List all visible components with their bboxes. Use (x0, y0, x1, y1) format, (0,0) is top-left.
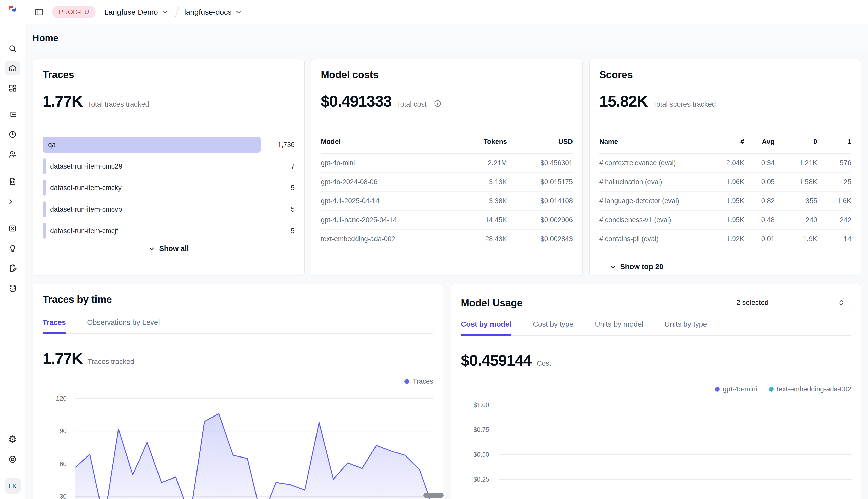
traces-tracked-total: 1.77K (43, 350, 83, 367)
traces-by-time-tabs: Traces Observations by Level (43, 318, 433, 334)
table-row[interactable]: text-embedding-ada-002 28.43K $0.002843 (321, 230, 573, 248)
chevron-down-icon (162, 9, 168, 15)
usage-cost-label: Cost (537, 359, 551, 367)
trace-count: 7 (271, 162, 295, 170)
breadcrumb-slash (175, 7, 179, 17)
table-row[interactable]: gpt-4o-2024-08-06 3.13K $0.015175 (321, 173, 573, 192)
card-title: Model Usage (461, 297, 522, 309)
scores-card: Scores 15.82K Total scores tracked Name … (590, 59, 861, 275)
trace-count: 5 (271, 227, 295, 235)
project-name: langfuse-docs (185, 8, 232, 16)
table-row[interactable]: gpt-4.1-2025-04-14 3.38K $0.014108 (321, 192, 573, 210)
model-usage-card: Model Usage 2 selected Cost by model Cos… (451, 284, 861, 499)
trace-bar-row[interactable]: dataset-run-item-cmc29 7 (43, 158, 295, 174)
trace-bar (43, 137, 261, 153)
org-switcher[interactable]: Langfuse Demo (104, 8, 168, 16)
page-header: Home (25, 24, 868, 52)
user-avatar[interactable]: FK (5, 478, 21, 494)
org-name: Langfuse Demo (104, 8, 158, 16)
annotation-icon[interactable] (5, 261, 20, 276)
trace-count: 1,736 (271, 141, 295, 149)
trace-bar-row[interactable]: qa 1,736 (43, 137, 295, 153)
sidebar-toggle-icon[interactable] (34, 8, 44, 17)
tab-cost-by-type[interactable]: Cost by type (533, 320, 573, 335)
legend-dot (769, 387, 774, 392)
traces-card: Traces 1.77K Total traces tracked qa 1,7… (33, 59, 305, 275)
dashboard-content: Traces 1.77K Total traces tracked qa 1,7… (25, 52, 868, 499)
model-costs-card: Model costs $0.491333 Total cost Model T… (311, 59, 583, 275)
trace-bar (43, 223, 46, 239)
table-row[interactable]: # contains-pii (eval) 1.92K 0.01 1.9K 14 (599, 230, 851, 248)
info-icon[interactable] (434, 100, 441, 107)
traces-chart[interactable]: 120906030 (43, 387, 433, 499)
project-switcher[interactable]: langfuse-docs (185, 8, 242, 16)
legend-dot (715, 387, 720, 392)
col-count: # (708, 138, 744, 146)
tab-observations-by-level[interactable]: Observations by Level (87, 318, 160, 333)
trace-name: dataset-run-item-cmc29 (50, 162, 122, 170)
col-tokens: Tokens (459, 138, 507, 146)
trace-bar-row[interactable]: dataset-run-item-cmcjf 5 (43, 223, 295, 239)
legend-text-embedding-ada-002[interactable]: text-embedding-ada-002 (769, 385, 851, 393)
model-usage-chart[interactable]: $1.00$0.75$0.50$0.25 (461, 394, 851, 499)
table-row[interactable]: # hallucination (eval) 1.96K 0.05 1.58K … (599, 173, 851, 192)
langfuse-logo-icon[interactable] (8, 3, 18, 14)
tab-units-by-model[interactable]: Units by model (595, 320, 643, 335)
col-zero: 0 (775, 138, 817, 146)
tab-units-by-type[interactable]: Units by type (665, 320, 707, 335)
table-row[interactable]: # conciseness-v1 (eval) 1.95K 0.48 240 2… (599, 210, 851, 230)
show-all-button[interactable]: Show all (43, 244, 295, 253)
trace-bar (43, 202, 46, 217)
tab-traces[interactable]: Traces (43, 318, 66, 333)
settings-gear-icon[interactable]: ⚙ (5, 432, 20, 447)
legend-gpt-4o-mini[interactable]: gpt-4o-mini (715, 385, 757, 393)
page-title: Home (33, 33, 59, 44)
sessions-clock-icon[interactable] (5, 127, 20, 142)
prompts-icon[interactable] (5, 174, 20, 189)
usage-cost-total: $0.459144 (461, 351, 532, 369)
model-select-value: 2 selected (736, 299, 769, 307)
col-avg: Avg (744, 138, 775, 146)
home-icon[interactable] (5, 61, 20, 75)
trace-bar-row[interactable]: dataset-run-item-cmcky 5 (43, 180, 295, 196)
trace-name: dataset-run-item-cmcjf (50, 227, 118, 235)
trace-bar (43, 180, 46, 196)
trace-bar-row[interactable]: dataset-run-item-cmcvp 5 (43, 202, 295, 217)
scores-total-label: Total scores tracked (653, 100, 716, 108)
traces-total: 1.77K (43, 92, 83, 110)
card-title: Traces (43, 69, 295, 81)
topbar: PROD-EU Langfuse Demo langfuse-docs (25, 0, 868, 24)
search-icon[interactable] (5, 41, 20, 56)
col-model: Model (321, 138, 459, 146)
environment-badge[interactable]: PROD-EU (52, 5, 96, 19)
table-row[interactable]: # language-detector (eval) 1.95K 0.82 35… (599, 192, 851, 210)
col-name: Name (599, 138, 708, 146)
sidebar: ⚙ FK (0, 0, 25, 499)
lightbulb-icon[interactable] (5, 241, 20, 256)
chevrons-up-down-icon (837, 299, 845, 306)
table-row[interactable]: gpt-4o-mini 2.21M $0.456301 (321, 154, 573, 173)
trace-bar (43, 158, 46, 174)
users-icon[interactable] (5, 147, 20, 162)
chart-legend: gpt-4o-mini text-embedding-ada-002 (461, 385, 851, 393)
model-costs-table: Model Tokens USD gpt-4o-mini 2.21M $0.45… (321, 138, 573, 248)
show-top-20-button[interactable]: Show top 20 (609, 263, 851, 271)
chevron-down-icon (609, 264, 617, 270)
tab-cost-by-model[interactable]: Cost by model (461, 320, 511, 335)
model-select[interactable]: 2 selected (729, 294, 851, 312)
traces-by-time-card: Traces by time Traces Observations by Le… (33, 284, 443, 499)
support-lifebuoy-icon[interactable] (5, 452, 20, 466)
horizontal-scrollbar-thumb[interactable] (423, 493, 444, 498)
legend-traces[interactable]: Traces (404, 378, 433, 385)
tracing-icon[interactable] (5, 107, 20, 122)
evaluation-icon[interactable] (5, 221, 20, 236)
traces-tracked-label: Traces tracked (87, 357, 134, 366)
col-usd: USD (507, 138, 573, 146)
playground-terminal-icon[interactable] (5, 195, 20, 209)
dashboards-icon[interactable] (5, 81, 20, 95)
table-row[interactable]: gpt-4.1-nano-2025-04-14 14.45K $0.002906 (321, 210, 573, 230)
table-row[interactable]: # contextrelevance (eval) 2.04K 0.34 1.2… (599, 154, 851, 173)
scores-table: Name # Avg 0 1 # contextrelevance (eval)… (599, 138, 851, 248)
datasets-icon[interactable] (5, 281, 20, 295)
trace-name: dataset-run-item-cmcky (50, 184, 121, 192)
